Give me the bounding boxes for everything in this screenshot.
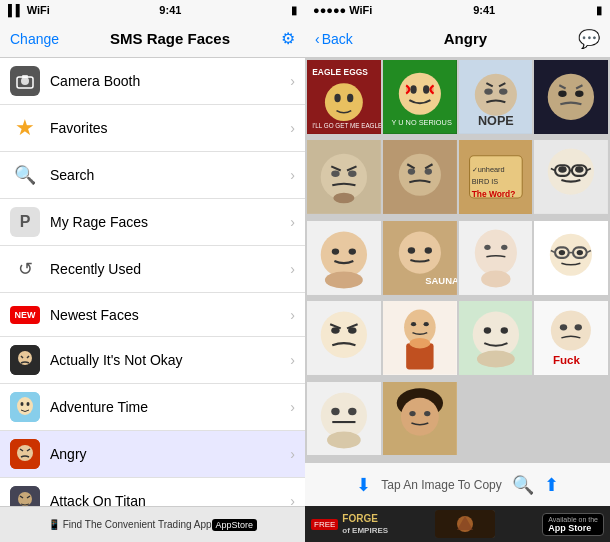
- right-panel: ●●●●● WiFi 9:41 ▮ ‹ Back Angry 💬 EAGLE E…: [305, 0, 610, 542]
- search-icon: 🔍: [10, 160, 40, 190]
- chevron-icon: ›: [290, 214, 295, 230]
- svg-point-45: [331, 171, 339, 177]
- svg-point-36: [484, 88, 492, 94]
- camera-icon: [10, 66, 40, 96]
- svg-point-41: [558, 91, 566, 97]
- appstore-badge-left: AppStore: [212, 519, 258, 531]
- back-button[interactable]: ‹ Back: [315, 31, 353, 47]
- menu-item-camera[interactable]: Camera Booth ›: [0, 58, 305, 105]
- not-okay-icon: [10, 345, 40, 375]
- svg-rect-2: [22, 75, 28, 78]
- nav-bar-left: Change SMS Rage Faces ⚙: [0, 20, 305, 58]
- svg-point-113: [348, 407, 356, 414]
- meme-glasses[interactable]: [534, 140, 608, 214]
- svg-point-14: [18, 492, 32, 506]
- attack-on-titan-label: Attack On Titan: [50, 493, 290, 506]
- svg-point-32: [423, 85, 429, 93]
- svg-point-59: [558, 167, 566, 173]
- svg-point-46: [348, 171, 356, 177]
- forge-image: [435, 510, 495, 538]
- meme-troll2[interactable]: [459, 301, 533, 375]
- svg-point-99: [409, 338, 430, 349]
- meme-grumpy2[interactable]: [383, 140, 457, 214]
- newest-label: Newest Faces: [50, 307, 290, 323]
- meme-rage1[interactable]: [307, 301, 381, 375]
- chevron-icon: ›: [290, 399, 295, 415]
- nav-bar-right: ‹ Back Angry 💬: [305, 20, 610, 58]
- meme-sauna[interactable]: SAUNA: [383, 221, 457, 295]
- svg-point-77: [474, 229, 516, 275]
- meme-afro[interactable]: [383, 382, 457, 456]
- svg-point-102: [483, 328, 490, 334]
- meme-grumpy1[interactable]: [307, 140, 381, 214]
- chevron-icon: ›: [290, 73, 295, 89]
- svg-point-120: [424, 411, 430, 416]
- svg-point-72: [399, 231, 441, 273]
- back-label: Back: [322, 31, 353, 47]
- bottom-bar-right: ⬇ Tap An Image To Copy 🔍 ⬆: [305, 462, 610, 506]
- share-icon[interactable]: ⬆: [544, 474, 559, 496]
- svg-point-112: [331, 407, 339, 414]
- svg-point-60: [575, 167, 583, 173]
- status-bar-right: ●●●●● WiFi 9:41 ▮: [305, 0, 610, 20]
- search-icon-bottom[interactable]: 🔍: [512, 474, 534, 496]
- svg-text:BIRD IS: BIRD IS: [471, 178, 498, 187]
- download-icon[interactable]: ⬇: [356, 474, 371, 496]
- svg-point-4: [18, 351, 32, 365]
- meme-yao[interactable]: [307, 221, 381, 295]
- appstore-badge-right[interactable]: Available on the App Store: [542, 513, 604, 536]
- svg-point-50: [408, 169, 415, 175]
- svg-point-35: [474, 74, 516, 116]
- menu-item-recent[interactable]: ↺ Recently Used ›: [0, 246, 305, 293]
- svg-point-74: [424, 247, 431, 253]
- menu-item-attack-on-titan[interactable]: Attack On Titan ›: [0, 478, 305, 506]
- svg-point-108: [575, 324, 582, 330]
- meme-eagle-eggs[interactable]: EAGLE EGGSI'LL GO GET ME EAGLE POWERS!: [307, 60, 381, 134]
- meme-grumpy-nope[interactable]: NOPE: [459, 60, 533, 134]
- menu-item-favorites[interactable]: ★ Favorites ›: [0, 105, 305, 152]
- svg-point-37: [499, 88, 507, 94]
- svg-point-26: [334, 94, 340, 102]
- meme-unheard[interactable]: ✓unheardBIRD ISThe Word?: [459, 140, 533, 214]
- ad-banner-left[interactable]: 📱 Find The Convenient Trading App AppSto…: [0, 506, 305, 542]
- battery-left: ▮: [291, 4, 297, 17]
- svg-point-67: [321, 231, 367, 277]
- menu-item-newest[interactable]: NEW Newest Faces ›: [0, 293, 305, 337]
- svg-text:NOPE: NOPE: [477, 114, 513, 128]
- svg-text:EAGLE EGGS: EAGLE EGGS: [312, 67, 368, 77]
- signal-right: ●●●●● WiFi: [313, 4, 372, 16]
- time-right: 9:41: [473, 4, 495, 16]
- meme-grumpy-dark[interactable]: [534, 60, 608, 134]
- svg-text:SAUNA: SAUNA: [425, 275, 457, 286]
- svg-point-12: [17, 445, 33, 461]
- meme-chin[interactable]: [459, 221, 533, 295]
- angry-label: Angry: [50, 446, 290, 462]
- forge-game-name: FORGEof EMPIRES: [342, 513, 388, 535]
- meme-joker[interactable]: Y U NO SERIOUS: [383, 60, 457, 134]
- svg-point-73: [408, 247, 415, 253]
- camera-label: Camera Booth: [50, 73, 290, 89]
- svg-point-86: [577, 250, 583, 255]
- meme-poker[interactable]: [307, 382, 381, 456]
- meme-fuck[interactable]: Fuck: [534, 301, 608, 375]
- menu-item-not-okay[interactable]: Actually It's Not Okay ›: [0, 337, 305, 384]
- change-button[interactable]: Change: [10, 31, 59, 47]
- menu-item-myfaces[interactable]: P My Rage Faces ›: [0, 199, 305, 246]
- svg-point-27: [347, 94, 353, 102]
- svg-point-85: [559, 250, 565, 255]
- svg-point-31: [410, 85, 416, 93]
- chevron-icon: ›: [290, 307, 295, 323]
- meme-nerd[interactable]: [534, 221, 608, 295]
- gear-icon[interactable]: ⚙: [281, 29, 295, 48]
- ad-banner-right[interactable]: FREE FORGEof EMPIRES Available on the Ap…: [305, 506, 610, 542]
- chevron-icon: ›: [290, 446, 295, 462]
- menu-item-search[interactable]: 🔍 Search ›: [0, 152, 305, 199]
- search-label: Search: [50, 167, 290, 183]
- chevron-icon: ›: [290, 352, 295, 368]
- message-icon[interactable]: 💬: [578, 28, 600, 50]
- svg-point-103: [500, 328, 507, 334]
- menu-item-adventure-time[interactable]: Adventure Time ›: [0, 384, 305, 431]
- svg-point-68: [332, 248, 339, 254]
- meme-dressup[interactable]: [383, 301, 457, 375]
- menu-item-angry[interactable]: Angry ›: [0, 431, 305, 478]
